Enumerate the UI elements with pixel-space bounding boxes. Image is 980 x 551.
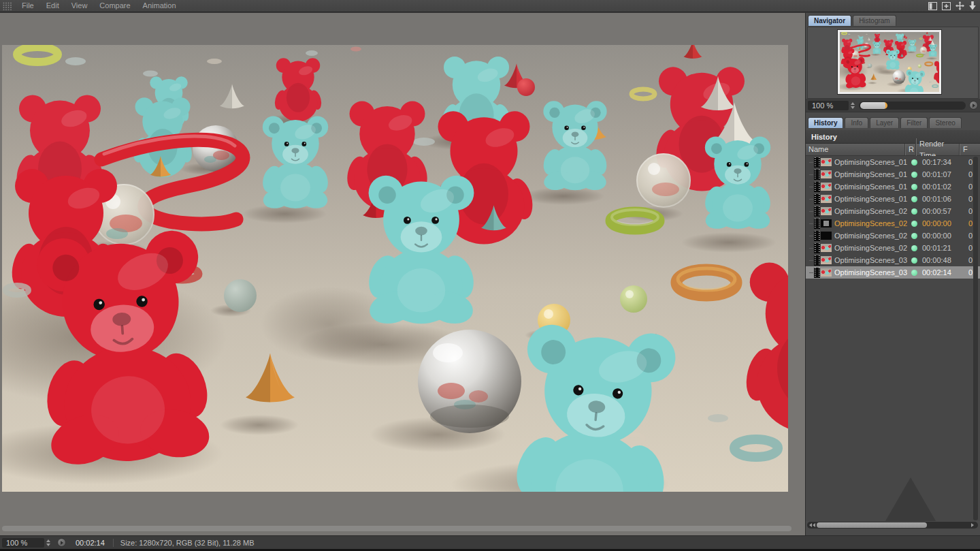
viewer-horizontal-scrollbar[interactable] (2, 526, 791, 531)
tree-line (809, 248, 813, 249)
menu-file[interactable]: File (16, 0, 40, 12)
render-status-dot (911, 270, 917, 276)
row-render-time: 00:01:06 (919, 195, 963, 203)
split-pane-icon[interactable] (928, 2, 937, 10)
tab-stereo[interactable]: Stereo (929, 117, 961, 128)
panel-tab-bar: History Info Layer Filter Stereo (808, 117, 962, 128)
scroll-right-icon[interactable] (967, 523, 978, 527)
status-image-info: Size: 1280x720, RGB (32 Bit), 11.28 MB (120, 539, 255, 547)
row-name: OptimisingScenes_03 * (832, 256, 909, 264)
scrollbar-thumb[interactable] (817, 522, 927, 528)
history-row[interactable]: OptimisingScenes_03 * 00:02:14 0 (806, 266, 980, 279)
history-empty-area (806, 279, 980, 521)
history-row[interactable]: OptimisingScenes_02 * 00:00:00 0 (806, 230, 980, 242)
row-thumbnail (821, 170, 832, 178)
row-name: OptimisingScenes_02 * (832, 219, 909, 227)
row-name: OptimisingScenes_01 * (832, 183, 909, 191)
tree-line (809, 223, 813, 224)
history-row[interactable]: OptimisingScenes_02 * 00:01:21 0 (806, 242, 980, 254)
status-play-button[interactable] (57, 538, 66, 547)
tree-line (809, 272, 813, 273)
panel-grip-icon[interactable] (3, 2, 12, 10)
navigator-zoom-slider-handle[interactable] (860, 102, 887, 109)
history-table-header: Name R Render Time F (806, 144, 980, 156)
filmstrip-icon (814, 157, 820, 168)
menu-compare[interactable]: Compare (93, 0, 136, 12)
menu-view[interactable]: View (65, 0, 94, 12)
row-render-time: 00:00:00 (919, 219, 963, 227)
row-render-time: 00:00:57 (919, 207, 963, 215)
filmstrip-icon (814, 170, 820, 180)
viewer-canvas[interactable] (0, 13, 805, 535)
right-panel: Navigator Histogram 100 % History Info L… (805, 13, 980, 535)
row-thumbnail (821, 268, 832, 277)
tab-histogram[interactable]: Histogram (853, 15, 896, 26)
tree-line (809, 236, 813, 236)
row-name: OptimisingScenes_02 * (832, 232, 909, 240)
row-name: OptimisingScenes_01 * (832, 170, 909, 178)
column-r[interactable]: R (905, 144, 916, 155)
navigator-zoom-field[interactable]: 100 % (808, 101, 849, 110)
tab-info[interactable]: Info (845, 117, 868, 128)
tree-line (809, 211, 813, 212)
history-row[interactable]: OptimisingScenes_01 * 00:01:02 0 (806, 180, 980, 193)
scroll-left-icon[interactable] (807, 523, 817, 527)
navigator-thumbnail[interactable] (838, 30, 941, 94)
tab-filter[interactable]: Filter (900, 117, 928, 128)
navigator-zoom-row: 100 % (806, 99, 980, 112)
render-status-dot (911, 159, 917, 166)
row-thumbnail (821, 232, 832, 240)
filmstrip-icon (814, 243, 820, 253)
tab-navigator[interactable]: Navigator (808, 15, 851, 26)
filmstrip-icon (814, 268, 820, 278)
render-status-dot (911, 208, 917, 215)
row-render-time: 00:01:21 (919, 244, 963, 252)
tab-layer[interactable]: Layer (870, 117, 899, 128)
filmstrip-icon (814, 231, 820, 241)
render-status-dot (911, 233, 917, 239)
row-thumbnail (821, 219, 832, 227)
row-render-time: 00:00:48 (919, 256, 963, 264)
history-row[interactable]: OptimisingScenes_03 * 00:00:48 0 (806, 254, 980, 266)
tab-history[interactable]: History (808, 117, 843, 128)
menu-animation[interactable]: Animation (137, 0, 182, 12)
history-row[interactable]: OptimisingScenes_02 * 00:00:00 0 (806, 217, 980, 230)
history-row[interactable]: OptimisingScenes_02 * 00:00:57 0 (806, 205, 980, 217)
tree-line (809, 162, 813, 163)
status-divider (113, 539, 114, 547)
column-f[interactable]: F (960, 144, 980, 155)
row-render-time: 00:17:34 (919, 158, 963, 166)
row-name: OptimisingScenes_02 * (832, 207, 909, 215)
render-status-dot (911, 221, 917, 227)
row-thumbnail (821, 207, 832, 215)
status-render-time: 00:02:14 (76, 539, 105, 547)
navigator-fit-button[interactable] (969, 101, 978, 110)
status-bar: 100 % 00:02:14 Size: 1280x720, RGB (32 B… (0, 535, 980, 549)
history-list: OptimisingScenes_01 * 00:17:34 0 Optimis… (806, 156, 980, 279)
filmstrip-icon (814, 255, 820, 266)
new-panel-icon[interactable] (942, 2, 951, 10)
history-vertical-scrollbar[interactable] (973, 157, 978, 520)
render-status-dot (911, 257, 917, 264)
menu-bar: File Edit View Compare Animation (0, 0, 980, 12)
render-status-dot (911, 245, 917, 251)
history-row[interactable]: OptimisingScenes_01 * 00:17:34 0 (806, 156, 980, 168)
tree-line (809, 199, 813, 200)
status-zoom-stepper[interactable] (46, 539, 50, 546)
history-row[interactable]: OptimisingScenes_01 * 00:01:07 0 (806, 168, 980, 180)
row-thumbnail (821, 195, 832, 203)
rendered-image (2, 45, 788, 492)
dock-down-icon[interactable] (969, 1, 976, 10)
row-thumbnail (821, 244, 832, 252)
status-zoom-field[interactable]: 100 % (2, 538, 44, 548)
navigator-zoom-slider[interactable] (859, 101, 966, 110)
move-panel-icon[interactable] (956, 1, 964, 10)
menu-edit[interactable]: Edit (40, 0, 65, 12)
history-row[interactable]: OptimisingScenes_01 * 00:01:06 0 (806, 193, 980, 205)
row-render-time: 00:00:00 (919, 232, 963, 240)
history-horizontal-scrollbar[interactable] (807, 522, 978, 529)
navigator-zoom-stepper[interactable] (851, 102, 855, 109)
row-name: OptimisingScenes_03 * (832, 268, 909, 277)
column-name[interactable]: Name (806, 144, 905, 155)
filmstrip-icon (814, 194, 820, 204)
